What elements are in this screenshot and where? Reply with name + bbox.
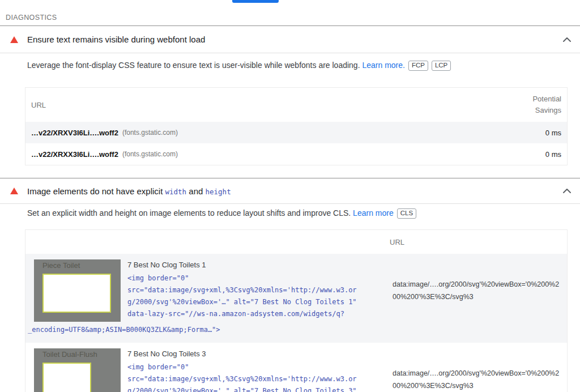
audit-title-divider <box>0 203 580 204</box>
image-thumbnail: Toilet Dual-Flush <box>34 348 121 392</box>
metric-tag-fcp: FCP <box>408 61 428 71</box>
fail-triangle-icon <box>10 188 18 194</box>
audit-title-divider <box>0 53 580 53</box>
audit-title: Image elements do not have explicit widt… <box>27 186 231 196</box>
node-label: 7 Best No Clog Toilets 3 <box>127 350 393 359</box>
node-cell: 7 Best No Clog Toilets 1 <img border="0"… <box>127 259 393 322</box>
thumbnail-placeholder-box <box>42 363 91 392</box>
description-text: Set an explicit width and height on imag… <box>27 208 351 218</box>
node-snippet-line: <img border="0" <box>127 361 393 373</box>
font-display-table: URL Potential Savings …v22/XRXV3I6Li….wo… <box>25 87 568 165</box>
thumbnail-placeholder-box <box>42 274 111 313</box>
image-url-cell: data:image/….org/2000/svg'%20viewBox='0%… <box>393 367 566 392</box>
audit-header-font-display[interactable]: Ensure text remains visible during webfo… <box>0 26 580 53</box>
node-cell: 7 Best No Clog Toilets 3 <img border="0"… <box>127 348 393 392</box>
savings-value: 0 ms <box>545 150 561 159</box>
table-row: Toilet Dual-Flush 7 Best No Clog Toilets… <box>25 343 567 392</box>
table-row: …v22/XRXV3I6Li….woff2 (fonts.gstatic.com… <box>25 122 567 143</box>
image-url-cell: data:image/….org/2000/svg'%20viewBox='0%… <box>393 278 566 303</box>
font-url: …v22/XRXX3I6Li….woff2 <box>31 150 118 159</box>
node-snippet-line: _encoding=UTF8&amp;ASIN=B000KQ3ZLK&amp;F… <box>28 324 566 336</box>
url-column-header: URL <box>390 238 404 246</box>
fail-triangle-icon <box>10 36 18 43</box>
table-header-row: URL Potential Savings <box>25 88 567 122</box>
url-column-header: URL <box>31 101 46 109</box>
chevron-up-icon[interactable] <box>563 189 571 193</box>
savings-column-header: Potential Savings <box>525 93 561 116</box>
audit-description: Set an explicit width and height on imag… <box>27 208 568 219</box>
chevron-up-icon[interactable] <box>563 37 571 42</box>
description-text: Leverage the font-display CSS feature to… <box>27 61 360 70</box>
node-snippet-line: <img border="0" <box>127 272 393 284</box>
metric-tag-cls: CLS <box>397 208 416 219</box>
learn-more-link[interactable]: Learn more <box>353 208 394 218</box>
thumbnail-label: Piece Toilet <box>42 261 80 270</box>
node-label: 7 Best No Clog Toilets 1 <box>127 261 393 270</box>
table-row: …v22/XRXX3I6Li….woff2 (fonts.gstatic.com… <box>25 143 567 165</box>
audit-header-image-size[interactable]: Image elements do not have explicit widt… <box>0 178 580 203</box>
savings-value: 0 ms <box>545 129 561 137</box>
code-width: width <box>165 188 186 196</box>
font-url-host: (fonts.gstatic.com) <box>122 129 178 137</box>
node-snippet-line: g/2000/svg'%20viewBox='…" alt="7 Best No… <box>127 385 393 392</box>
audit-font-display: Ensure text remains visible during webfo… <box>0 26 580 165</box>
metric-tag-lcp: LCP <box>432 61 451 71</box>
node-snippet-line: src="data:image/svg+xml,%3Csvg%20xmlns='… <box>127 373 393 385</box>
learn-more-link[interactable]: Learn more. <box>362 61 404 70</box>
font-url: …v22/XRXV3I6Li….woff2 <box>31 129 118 137</box>
audit-image-size: Image elements do not have explicit widt… <box>0 178 580 392</box>
font-url-host: (fonts.gstatic.com) <box>122 150 178 158</box>
table-row: Piece Toilet 7 Best No Clog Toilets 1 <i… <box>25 254 567 343</box>
active-tab-indicator <box>232 0 279 3</box>
node-snippet-line: g/2000/svg'%20viewBox='…" alt="7 Best No… <box>127 296 393 308</box>
image-thumbnail: Piece Toilet <box>34 259 121 322</box>
thumbnail-label: Toilet Dual-Flush <box>42 350 97 359</box>
audit-description: Leverage the font-display CSS feature to… <box>27 61 568 71</box>
node-snippet-line: data-lazy-src="//ws-na.amazon-adsystem.c… <box>127 308 393 320</box>
node-snippet-line: src="data:image/svg+xml,%3Csvg%20xmlns='… <box>127 284 393 296</box>
code-height: height <box>206 188 231 196</box>
image-size-table: URL Piece Toilet 7 Best No Clog Toilets … <box>25 229 568 392</box>
diagnostics-section-title: DIAGNOSTICS <box>6 14 580 22</box>
audit-title: Ensure text remains visible during webfo… <box>27 35 205 44</box>
table-header-row: URL <box>25 230 567 254</box>
